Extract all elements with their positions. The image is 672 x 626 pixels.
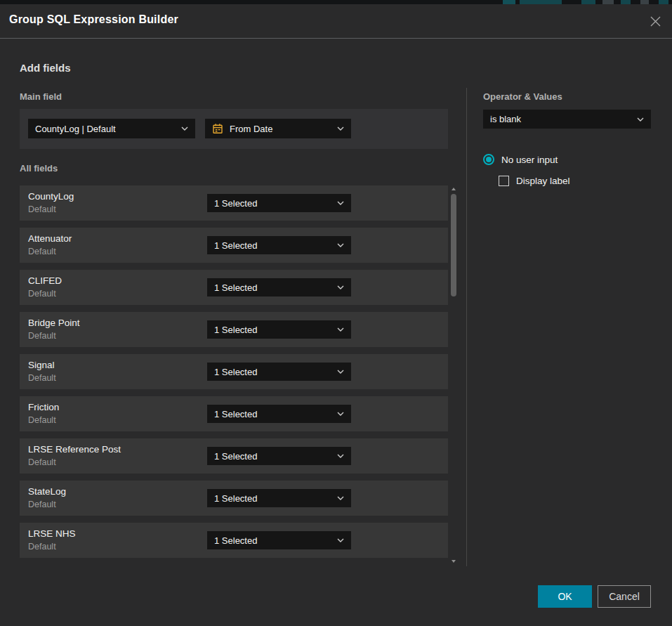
scroll-down-icon[interactable] <box>451 559 456 563</box>
field-selection-dropdown[interactable]: 1 Selected <box>207 236 351 254</box>
field-selection-value: 1 Selected <box>214 282 331 293</box>
chevron-down-icon <box>181 126 188 131</box>
field-list-item: CountyLog Default 1 Selected <box>20 185 448 221</box>
field-dataset: Default <box>28 204 56 214</box>
group-sql-expression-builder-screen: Group SQL Expression Builder Add fields … <box>0 0 672 626</box>
field-dataset: Default <box>28 415 56 425</box>
no-user-input-label: No user input <box>501 155 558 165</box>
field-selection-dropdown[interactable]: 1 Selected <box>207 531 351 549</box>
field-selection-dropdown[interactable]: 1 Selected <box>207 278 351 296</box>
all-fields-label: All fields <box>20 163 58 174</box>
field-selection-value: 1 Selected <box>214 240 331 251</box>
chevron-down-icon <box>337 243 344 247</box>
chevron-down-icon <box>337 327 344 332</box>
operator-select[interactable]: is blank <box>483 110 651 129</box>
chevron-down-icon <box>337 201 344 205</box>
scrollbar-thumb[interactable] <box>451 194 456 296</box>
chevron-down-icon <box>337 126 344 131</box>
field-dataset: Default <box>28 289 56 299</box>
dialog-title: Group SQL Expression Builder <box>9 13 178 26</box>
field-list-item: Attenuator Default 1 Selected <box>20 228 448 263</box>
field-name: CLIFED <box>28 275 62 286</box>
operator-values-label: Operator & Values <box>483 91 562 102</box>
main-field-field-value: From Date <box>230 124 331 134</box>
field-name: StateLog <box>28 486 66 497</box>
list-scrollbar[interactable] <box>449 184 458 566</box>
display-label-checkbox-row[interactable]: Display label <box>499 176 570 186</box>
main-field-source-value: CountyLog | Default <box>35 124 176 134</box>
field-list-item: Signal Default 1 Selected <box>20 354 448 389</box>
field-list-item: LRSE NHS Default 1 Selected <box>20 523 448 558</box>
field-name: Bridge Point <box>28 318 80 328</box>
field-selection-dropdown[interactable]: 1 Selected <box>207 194 351 212</box>
field-selection-dropdown[interactable]: 1 Selected <box>207 363 351 381</box>
field-selection-value: 1 Selected <box>214 367 331 377</box>
field-name: Signal <box>28 360 55 370</box>
field-selection-dropdown[interactable]: 1 Selected <box>207 447 351 465</box>
field-name: Friction <box>28 402 59 412</box>
field-name: CountyLog <box>28 191 74 202</box>
field-list-item: StateLog Default 1 Selected <box>20 481 448 516</box>
field-name: LRSE Reference Post <box>28 444 121 455</box>
close-icon[interactable] <box>647 13 663 29</box>
radio-selected-icon <box>483 154 494 165</box>
chevron-down-icon <box>337 412 344 416</box>
main-field-field-select[interactable]: From Date <box>205 119 351 138</box>
field-selection-dropdown[interactable]: 1 Selected <box>207 320 351 339</box>
calendar-icon <box>212 123 223 134</box>
field-dataset: Default <box>28 373 56 383</box>
field-selection-dropdown[interactable]: 1 Selected <box>207 405 351 423</box>
field-selection-value: 1 Selected <box>214 325 331 335</box>
chevron-down-icon <box>337 454 344 458</box>
field-selection-value: 1 Selected <box>214 535 331 546</box>
field-selection-value: 1 Selected <box>214 451 331 462</box>
panel-divider <box>466 88 467 566</box>
field-list-item: LRSE Reference Post Default 1 Selected <box>20 438 448 474</box>
chevron-down-icon <box>337 538 344 542</box>
main-field-source-select[interactable]: CountyLog | Default <box>28 119 195 138</box>
field-dataset: Default <box>28 457 56 467</box>
field-name: Attenuator <box>28 233 72 244</box>
main-field-label: Main field <box>20 91 62 102</box>
display-label-label: Display label <box>516 176 570 186</box>
cancel-button[interactable]: Cancel <box>598 585 651 608</box>
dialog-header: Group SQL Expression Builder <box>0 4 672 39</box>
field-list-item: CLIFED Default 1 Selected <box>20 270 448 305</box>
group-sql-dialog: Group SQL Expression Builder Add fields … <box>0 4 672 626</box>
main-field-panel: CountyLog | Default <box>20 109 448 149</box>
field-name: LRSE NHS <box>28 528 76 539</box>
field-selection-value: 1 Selected <box>214 198 331 209</box>
checkbox-unchecked-icon <box>499 176 509 186</box>
chevron-down-icon <box>337 496 344 500</box>
chevron-down-icon <box>637 117 644 122</box>
field-selection-dropdown[interactable]: 1 Selected <box>207 489 351 507</box>
all-fields-list: CountyLog Default 1 Selected Attenuator … <box>20 185 448 558</box>
field-list-item: Bridge Point Default 1 Selected <box>20 312 448 347</box>
field-dataset: Default <box>28 331 56 341</box>
chevron-down-icon <box>337 370 344 374</box>
field-list-item: Friction Default 1 Selected <box>20 396 448 431</box>
add-fields-heading: Add fields <box>20 62 71 74</box>
field-dataset: Default <box>28 542 56 552</box>
field-dataset: Default <box>28 500 56 509</box>
scroll-up-icon[interactable] <box>451 187 456 191</box>
chevron-down-icon <box>337 285 344 289</box>
operator-value: is blank <box>490 114 631 124</box>
field-selection-value: 1 Selected <box>214 409 331 419</box>
field-dataset: Default <box>28 247 56 256</box>
no-user-input-radio[interactable]: No user input <box>483 154 558 165</box>
field-selection-value: 1 Selected <box>214 493 331 504</box>
ok-button[interactable]: OK <box>538 585 592 608</box>
